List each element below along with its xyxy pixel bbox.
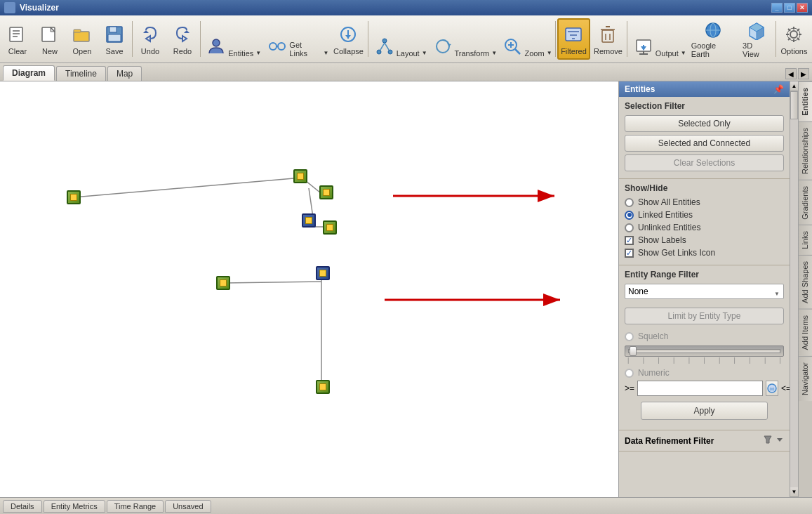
status-tab-time-range[interactable]: Time Range xyxy=(107,500,164,513)
scrollbar-up-button[interactable]: ▲ xyxy=(790,81,798,91)
get-links-button[interactable]: Get Links ▼ xyxy=(262,18,330,60)
squelch-slider-container: ||||| |||||| xyxy=(625,345,784,364)
graph-node[interactable] xyxy=(316,380,330,394)
linked-entities-radio-row[interactable]: Linked Entities xyxy=(625,210,784,220)
data-refinement-expand-icon[interactable] xyxy=(776,435,784,446)
vert-tab-links[interactable]: Links xyxy=(799,225,812,255)
graph-node[interactable] xyxy=(323,220,337,235)
numeric-radio[interactable] xyxy=(625,369,634,378)
numeric-range-row: >= ∞ <= xyxy=(625,381,784,396)
squelch-label: Squelch xyxy=(638,331,668,341)
redo-button[interactable]: Redo xyxy=(166,18,199,60)
canvas-area[interactable] xyxy=(0,81,619,497)
clear-selections-button[interactable]: Clear Selections xyxy=(625,154,784,171)
unlinked-entities-radio-row[interactable]: Unlinked Entities xyxy=(625,223,784,232)
google-earth-icon xyxy=(702,20,724,40)
scrollbar-down-button[interactable]: ▼ xyxy=(790,487,798,497)
svg-line-24 xyxy=(380,43,385,50)
graph-node[interactable] xyxy=(216,276,230,290)
data-refinement-title: Data Refinement Filter xyxy=(625,436,714,446)
minimize-button[interactable]: _ xyxy=(771,3,783,13)
vert-tab-relationships[interactable]: Relationships xyxy=(799,121,812,180)
scrollbar-track[interactable] xyxy=(790,91,798,487)
status-tab-details[interactable]: Details xyxy=(3,500,42,513)
save-button[interactable]: Save xyxy=(98,18,131,60)
zoom-button[interactable]: Zoom ▼ xyxy=(498,18,553,60)
transform-icon xyxy=(432,35,453,58)
transform-button[interactable]: Transform ▼ xyxy=(429,18,499,60)
tabs-scroll-left[interactable]: ◀ xyxy=(785,68,797,79)
annotation-arrow-1 xyxy=(393,185,561,206)
graph-node-selected[interactable] xyxy=(302,213,316,228)
tabs-scroll-right[interactable]: ▶ xyxy=(798,68,809,79)
svg-point-15 xyxy=(269,43,277,50)
tab-diagram[interactable]: Diagram xyxy=(3,65,55,81)
graph-node[interactable] xyxy=(319,185,333,199)
entity-range-select[interactable]: None Type A Type B xyxy=(625,284,784,299)
app-icon xyxy=(4,2,15,13)
squelch-radio[interactable] xyxy=(625,332,634,341)
graph-node[interactable] xyxy=(67,190,81,204)
limit-by-entity-type-button[interactable]: Limit by Entity Type xyxy=(625,308,784,324)
numeric-radio-row[interactable]: Numeric xyxy=(625,368,784,378)
vert-tab-gradients[interactable]: Gradients xyxy=(799,180,812,225)
numeric-icon[interactable]: ∞ xyxy=(766,381,778,396)
tab-map[interactable]: Map xyxy=(107,66,142,81)
3d-view-button[interactable]: 3D View xyxy=(739,18,774,60)
vert-tab-navigator[interactable]: Navigator xyxy=(799,356,812,401)
output-button[interactable]: Output ▼ xyxy=(629,18,687,60)
linked-entities-radio[interactable] xyxy=(625,211,634,220)
new-button[interactable]: New xyxy=(34,18,66,60)
numeric-min-input[interactable] xyxy=(637,381,763,396)
show-labels-checkbox[interactable] xyxy=(625,236,634,245)
entities-button[interactable]: Entities ▼ xyxy=(202,18,262,60)
show-all-radio[interactable] xyxy=(625,198,634,207)
tab-timeline[interactable]: Timeline xyxy=(56,66,106,81)
numeric-label: Numeric xyxy=(638,368,670,378)
status-tab-entity-metrics[interactable]: Entity Metrics xyxy=(44,500,105,513)
entity-range-select-wrapper: None Type A Type B xyxy=(625,284,784,303)
svg-marker-12 xyxy=(143,30,149,33)
status-tab-unsaved[interactable]: Unsaved xyxy=(165,500,211,513)
svg-rect-0 xyxy=(10,27,22,41)
remove-button[interactable]: Remove xyxy=(590,18,625,60)
google-earth-button[interactable]: Google Earth xyxy=(688,18,739,60)
svg-point-21 xyxy=(382,39,387,43)
filtered-button[interactable]: Filtered xyxy=(557,18,591,60)
zoom-dropdown-arrow: ▼ xyxy=(547,50,552,56)
open-button[interactable]: Open xyxy=(66,18,98,60)
show-get-links-checkbox[interactable] xyxy=(625,249,634,258)
maximize-button[interactable]: □ xyxy=(784,3,795,13)
vert-tab-entities[interactable]: Entities xyxy=(799,81,812,121)
svg-point-52 xyxy=(790,31,797,38)
squelch-radio-row[interactable]: Squelch xyxy=(625,331,784,341)
undo-button[interactable]: Undo xyxy=(134,18,166,60)
new-icon xyxy=(39,23,61,46)
collapse-button[interactable]: Collapse xyxy=(331,18,367,60)
graph-node-selected[interactable] xyxy=(316,266,330,280)
svg-rect-36 xyxy=(602,30,613,42)
scrollbar-thumb[interactable] xyxy=(790,91,798,119)
svg-point-14 xyxy=(213,39,220,46)
vert-tab-add-items[interactable]: Add Items xyxy=(799,309,812,356)
vert-tab-add-shapes[interactable]: Add Shapes xyxy=(799,255,812,309)
panel-scrollbar: ▲ ▼ xyxy=(790,81,798,497)
close-button[interactable]: ✕ xyxy=(797,3,808,13)
selected-only-button[interactable]: Selected Only xyxy=(625,115,784,132)
layout-button[interactable]: Layout ▼ xyxy=(370,18,428,60)
squelch-slider[interactable] xyxy=(625,345,784,357)
show-all-radio-row[interactable]: Show All Entities xyxy=(625,197,784,207)
apply-button[interactable]: Apply xyxy=(641,402,768,420)
svg-point-16 xyxy=(278,43,285,50)
graph-node[interactable] xyxy=(293,169,307,183)
node-inner xyxy=(305,217,312,224)
show-get-links-row[interactable]: Show Get Links Icon xyxy=(625,248,784,258)
show-labels-row[interactable]: Show Labels xyxy=(625,235,784,245)
svg-marker-74 xyxy=(764,436,771,443)
clear-button[interactable]: Clear xyxy=(1,18,34,60)
options-button[interactable]: Options xyxy=(778,18,811,60)
tabs-navigation: ◀ ▶ xyxy=(785,68,809,79)
unlinked-entities-radio[interactable] xyxy=(625,223,634,232)
selected-and-connected-button[interactable]: Selected and Connected xyxy=(625,135,784,152)
slider-thumb[interactable] xyxy=(630,346,637,356)
